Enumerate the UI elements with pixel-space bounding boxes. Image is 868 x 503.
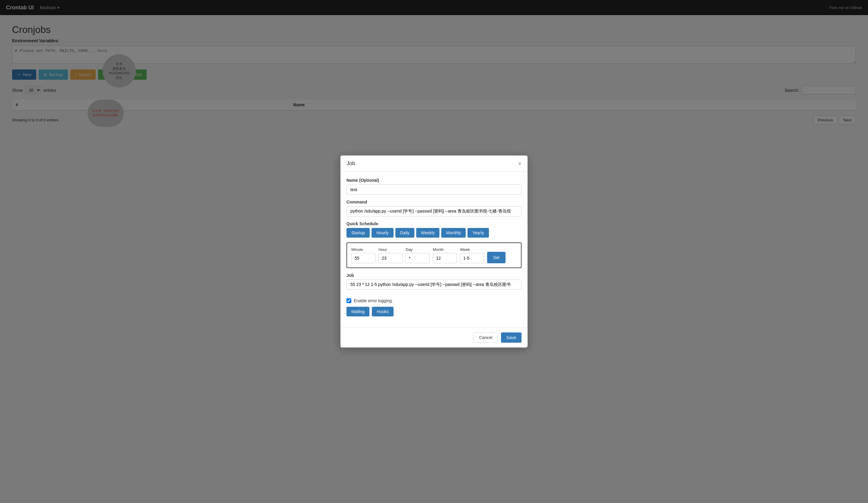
modal-overlay: 不要忘记点击 Job × Name (Optional) Command Qui…	[0, 0, 868, 133]
